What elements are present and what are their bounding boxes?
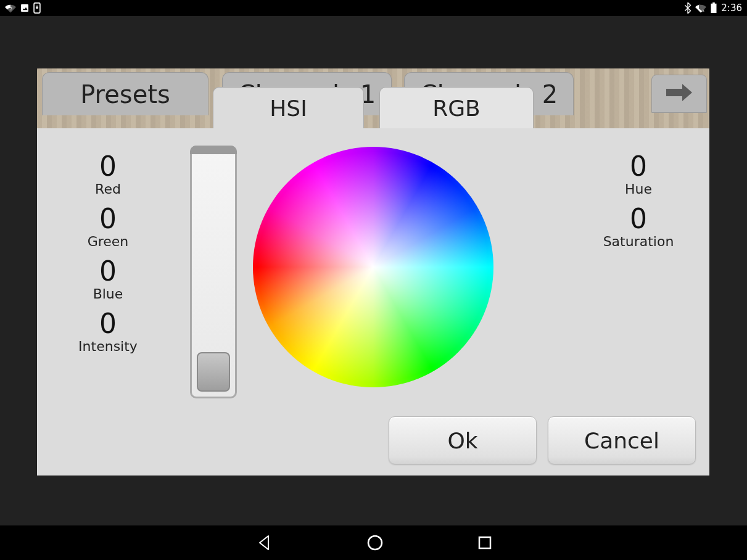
- tab-row: Presets Channels 1 Channels 2 RGB HSI: [37, 68, 709, 128]
- arrow-right-icon: [664, 81, 695, 106]
- subtab-rgb[interactable]: RGB: [379, 87, 534, 128]
- readout-intensity-label: Intensity: [62, 339, 154, 354]
- ok-button[interactable]: Ok: [389, 416, 537, 464]
- nav-recent-icon[interactable]: [477, 535, 493, 551]
- svg-rect-7: [479, 537, 490, 548]
- image-icon: [20, 3, 30, 13]
- svg-rect-4: [711, 4, 717, 13]
- svg-rect-1: [21, 4, 28, 12]
- color-picker-panel: Presets Channels 1 Channels 2 RGB HSI: [37, 68, 709, 476]
- android-nav-bar: [0, 525, 747, 560]
- subtab-hsi-label: HSI: [270, 96, 307, 121]
- readout-hue-value: 0: [586, 153, 691, 180]
- svg-text:?: ?: [10, 7, 12, 12]
- readout-saturation-value: 0: [586, 205, 691, 233]
- ok-button-label: Ok: [447, 428, 477, 453]
- app-background: Presets Channels 1 Channels 2 RGB HSI: [0, 16, 747, 525]
- subtab-hsi[interactable]: HSI: [213, 87, 364, 128]
- svg-text:x: x: [703, 8, 705, 12]
- android-status-bar: ? x 2:36: [0, 0, 747, 16]
- svg-rect-5: [713, 2, 716, 4]
- readout-green-value: 0: [62, 205, 154, 233]
- tab-presets[interactable]: Presets: [42, 72, 208, 115]
- readout-intensity-value: 0: [62, 310, 154, 337]
- readouts-hsi: 0 Hue 0 Saturation: [586, 153, 691, 258]
- readout-green: 0 Green: [62, 205, 154, 249]
- nav-back-icon[interactable]: [255, 533, 273, 552]
- readout-intensity: 0 Intensity: [62, 310, 154, 354]
- readout-red: 0 Red: [62, 153, 154, 197]
- battery-icon: [710, 2, 717, 14]
- clock-text: 2:36: [721, 2, 742, 14]
- nav-home-icon[interactable]: [366, 533, 384, 552]
- bluetooth-icon: [684, 2, 691, 14]
- readout-hue-label: Hue: [586, 181, 691, 197]
- slider-cap: [190, 146, 237, 154]
- readout-hue: 0 Hue: [586, 153, 691, 197]
- readouts-rgb: 0 Red 0 Green 0 Blue 0 Intensity: [62, 153, 154, 363]
- readout-saturation: 0 Saturation: [586, 205, 691, 249]
- subtab-rgb-label: RGB: [432, 96, 481, 121]
- readout-saturation-label: Saturation: [586, 234, 691, 249]
- cancel-button-label: Cancel: [584, 428, 659, 453]
- color-wheel[interactable]: [253, 147, 493, 387]
- readout-green-label: Green: [62, 234, 154, 249]
- slider-thumb[interactable]: [197, 352, 230, 392]
- tab-presets-label: Presets: [80, 80, 170, 109]
- wifi-icon: x: [695, 3, 706, 13]
- readout-blue-value: 0: [62, 258, 154, 285]
- readout-red-value: 0: [62, 153, 154, 180]
- readout-blue-label: Blue: [62, 286, 154, 302]
- cancel-button[interactable]: Cancel: [548, 416, 696, 464]
- readout-blue: 0 Blue: [62, 258, 154, 302]
- intensity-slider[interactable]: [190, 146, 237, 398]
- readout-red-label: Red: [62, 181, 154, 197]
- svg-point-6: [368, 536, 382, 550]
- tab-next-arrow[interactable]: [651, 75, 707, 113]
- device-icon: [33, 2, 41, 14]
- picker-content: 0 Red 0 Green 0 Blue 0 Intensity: [37, 128, 709, 476]
- wifi-unknown-icon: ?: [5, 3, 16, 13]
